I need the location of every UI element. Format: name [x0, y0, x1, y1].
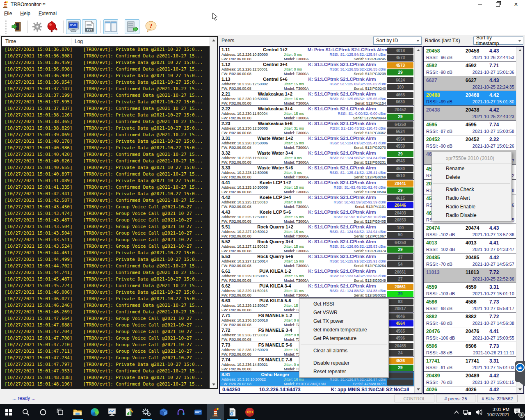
- log-row[interactable]: [10/27/2021 15:01:40.897][TRBO/evt]: Con…: [2, 171, 210, 178]
- close-button[interactable]: ×: [507, 0, 525, 9]
- export-server-icon[interactable]: [125, 19, 139, 34]
- settings-gear-icon[interactable]: [30, 20, 44, 34]
- log-col-time[interactable]: Time: [2, 39, 71, 44]
- search-icon[interactable]: [17, 404, 34, 420]
- log-row[interactable]: [10/27/2021 15:01:40.386][TRBO/evt]: Pri…: [2, 145, 210, 151]
- radio-row[interactable]: 402640264.42: [424, 386, 516, 393]
- log-row[interactable]: [10/27/2021 15:01:47.708][TRBO/evt]: Gro…: [2, 335, 210, 342]
- log-row[interactable]: [10/27/2021 15:01:41.089][TRBO/evt]: Pri…: [2, 178, 210, 184]
- radio-row[interactable]: 458645867.73RSSI: -68 dB2021-10-27 05:58…: [424, 298, 516, 313]
- menu-item-clear-all-alarms[interactable]: Clear all alarms: [299, 347, 388, 355]
- radio-row[interactable]: 650665067.73RSSI: -98 dB2021-10-26 21:11…: [424, 342, 516, 357]
- remote-control-tab[interactable]: ⇄: [515, 361, 525, 382]
- log-row[interactable]: [10/27/2021 15:01:47.797][TRBO/evt]: Pri…: [2, 361, 210, 368]
- log-row[interactable]: [10/27/2021 15:01:40.626][TRBO/evt]: Con…: [2, 158, 210, 164]
- radio-row[interactable]: 20476204764.41RSSI: -106 dB2021-10-27 15…: [424, 327, 516, 342]
- peer-row[interactable]: 2.22Waiakeakua 3+4K: S1:LCPtrnk S2:LCPtr…: [220, 106, 414, 121]
- radio-row[interactable]: 662766274.432021-10-25 22:24:35: [424, 76, 516, 91]
- log-row[interactable]: [10/27/2021 15:01:47.664][TRBO/evt]: Gro…: [2, 315, 210, 322]
- menu-item-delete[interactable]: Delete: [432, 173, 511, 182]
- menu-file[interactable]: File: [3, 10, 16, 17]
- log-row[interactable]: [10/27/2021 15:01:46.269][TRBO/evt]: Con…: [2, 309, 210, 315]
- monitor-view-icon[interactable]: [66, 19, 81, 34]
- minimize-button[interactable]: [471, 0, 489, 9]
- settings-icon[interactable]: [138, 404, 155, 420]
- log-row[interactable]: [10/27/2021 15:01:42.341][TRBO/evt]: Pri…: [2, 191, 210, 197]
- scroll-up-icon[interactable]: [210, 37, 217, 44]
- log-row[interactable]: [10/27/2021 15:01:37.199][TRBO/evt]: Con…: [2, 92, 210, 99]
- radio-row[interactable]: 401340134.41RSSI: -102 dB2021-10-27 04:3…: [424, 239, 516, 253]
- log-row[interactable]: [10/27/2021 15:01:46.006][TRBO/evt]: Pri…: [2, 289, 210, 296]
- start-button[interactable]: [0, 404, 17, 420]
- menu-item-reset-repeater[interactable]: Reset repeater: [299, 368, 388, 376]
- peer-row[interactable]: 2.23Waiakeakua 5+6K: S1:LCPtrnk S2:LCPtr…: [220, 121, 414, 135]
- log-row[interactable]: [10/27/2021 15:01:47.953][TRBO/evt]: Con…: [2, 368, 210, 374]
- log-viewer-icon[interactable]: [121, 404, 138, 420]
- log-row[interactable]: [10/27/2021 15:01:48.038][TRBO/evt]: Pri…: [2, 374, 210, 381]
- log-row[interactable]: [10/27/2021 15:01:36.308][TRBO/evt]: Con…: [2, 53, 210, 59]
- peer-row[interactable]: 3.33Waste Water 5+6K: S1:LCPtrnk S2:LCPt…: [220, 165, 414, 180]
- edge-icon[interactable]: [86, 404, 103, 420]
- log-row[interactable]: [10/27/2021 15:01:43.504][TRBO/evt]: Gro…: [2, 230, 210, 237]
- scroll-down-icon[interactable]: [415, 386, 422, 393]
- exit-door-icon[interactable]: [10, 20, 24, 34]
- txt-log-icon[interactable]: TXT: [82, 19, 97, 34]
- radio-row[interactable]: 20452204522.22RSSI: -90 dB2021-10-27 15:…: [424, 135, 516, 150]
- log-row[interactable]: [10/27/2021 15:01:47.710][TRBO/evt]: Gro…: [2, 342, 210, 348]
- peer-row[interactable]: 4.41Koele LCP 1+2K: S1:LCPtrnk S2:LCPtrn…: [220, 180, 414, 194]
- menu-item-get-vswr[interactable]: Get VSWR: [299, 308, 388, 317]
- log-row[interactable]: [10/27/2021 15:01:44.461][TRBO/evt]: Pri…: [2, 250, 210, 256]
- radio-row[interactable]: 888288827.72RSSI: -68 dB2021-10-27 14:56…: [424, 313, 516, 327]
- radio-row[interactable]: 17741177413.31RSSI: -61 dB2021-10-27 15:…: [424, 357, 516, 372]
- perf-monitor-icon[interactable]: [103, 404, 121, 420]
- peer-row[interactable]: 1.12Central 3+4K: S1:LCPtrnk S2:LCPtrnk …: [220, 62, 414, 76]
- peer-bottom-row[interactable]: 0.64250 10.2.226.14:64473 K: app MNIS S1…: [220, 386, 414, 393]
- log-row[interactable]: [10/27/2021 15:01:43.450][TRBO/evt]: Gro…: [2, 204, 210, 210]
- radio-row[interactable]: 20489204894.42RSSI: -76 dB2021-10-27 15:…: [424, 372, 516, 386]
- scroll-up-icon[interactable]: [516, 47, 523, 54]
- peer-row[interactable]: 4.42Koele LCP 3+4K: S1:LCPtrnk S2:LCPtrn…: [220, 194, 414, 209]
- radio-row[interactable]: 20485204854.42RSSI: -70 dB2021-10-27 14:…: [424, 253, 516, 268]
- log-row[interactable]: [10/27/2021 15:01:36.698][TRBO/evt]: Con…: [2, 66, 210, 73]
- log-row[interactable]: [10/27/2021 15:01:40.655][TRBO/evt]: Pri…: [2, 164, 210, 171]
- scroll-down-icon[interactable]: [210, 381, 217, 388]
- log-row[interactable]: [10/27/2021 15:01:41.335][TRBO/evt]: Con…: [2, 184, 210, 191]
- task-view-icon[interactable]: [52, 404, 69, 420]
- log-row[interactable]: [10/27/2021 15:01:44.741][TRBO/evt]: Con…: [2, 269, 210, 276]
- radio-row[interactable]: 11013110137.722021-10-25 22:52:36: [424, 268, 516, 283]
- log-row[interactable]: [10/27/2021 15:01:46.027][TRBO/evt]: Pri…: [2, 296, 210, 302]
- log-row[interactable]: [10/27/2021 15:01:40.178][TRBO/evt]: Pri…: [2, 138, 210, 145]
- peer-row[interactable]: 4.43Koele LCP 5+6K: S1:LCPtrnk S2:LCPtrn…: [220, 209, 414, 224]
- peer-row[interactable]: 2.21Waiakeakua 1+2K: S1:LCPtrnk S2:LCPtr…: [220, 91, 414, 106]
- scroll-up-icon[interactable]: [415, 47, 422, 54]
- log-row[interactable]: [10/27/2021 15:01:43.474][TRBO/evt]: Gro…: [2, 210, 210, 217]
- peer-row[interactable]: 5.53Rock Quarry 5+6K: S1:LCPtrnk S2:LCPt…: [220, 253, 414, 268]
- log-row[interactable]: [10/27/2021 15:01:45.487][TRBO/evt]: Pri…: [2, 276, 210, 283]
- mini-app-icon[interactable]: [189, 404, 207, 420]
- peers-scrollbar[interactable]: [414, 47, 422, 393]
- peer-row[interactable]: 1.13Central 5+6K: S1:LCPtrnk S2:LCPtrnk …: [220, 76, 414, 91]
- log-row[interactable]: [10/27/2021 15:01:45.724][TRBO/evt]: Con…: [2, 283, 210, 289]
- menu-item-rename[interactable]: Rename: [432, 164, 511, 173]
- radio-row[interactable]: 20438204384.422021-10-25 22:40:23: [424, 106, 516, 121]
- log-row[interactable]: [10/27/2021 15:01:43.524][TRBO/evt]: Gro…: [2, 243, 210, 250]
- radio-row[interactable]: 459245927.71RSSI: -98 dB2021-10-27 15:01…: [424, 62, 516, 76]
- menu-external[interactable]: External: [38, 10, 61, 17]
- doc-search-app-icon[interactable]: [224, 404, 241, 420]
- volume-icon[interactable]: [475, 409, 483, 415]
- radios-sort-dropdown[interactable]: Sort by timestamp: [473, 37, 523, 45]
- log-row[interactable]: [10/27/2021 15:01:37.595][TRBO/evt]: Pri…: [2, 99, 210, 105]
- log-row[interactable]: [10/27/2021 15:01:46.246][TRBO/evt]: Con…: [2, 302, 210, 309]
- columns-view-icon[interactable]: [103, 19, 118, 34]
- log-row[interactable]: [10/27/2021 15:01:47.688][TRBO/evt]: Gro…: [2, 322, 210, 329]
- peer-row[interactable]: 5.52Rock Quarry 3+4K: S1:LCPtrnk S2:LCPt…: [220, 239, 414, 253]
- menu-item-radio-check[interactable]: Radio Check: [432, 185, 511, 194]
- menu-item-get-modem-temperature[interactable]: Get modem temperature: [299, 326, 388, 334]
- log-row[interactable]: [10/27/2021 15:01:38.126][TRBO/evt]: Pri…: [2, 112, 210, 119]
- log-scrollbar[interactable]: [210, 37, 217, 388]
- log-row[interactable]: [10/27/2021 15:01:37.837][TRBO/evt]: Con…: [2, 105, 210, 112]
- alarm-bell-icon[interactable]: [46, 20, 59, 34]
- menu-help[interactable]: Help: [19, 10, 34, 17]
- trbomonitor-taskbar-icon[interactable]: [207, 404, 224, 420]
- log-col-log[interactable]: Log: [75, 39, 83, 44]
